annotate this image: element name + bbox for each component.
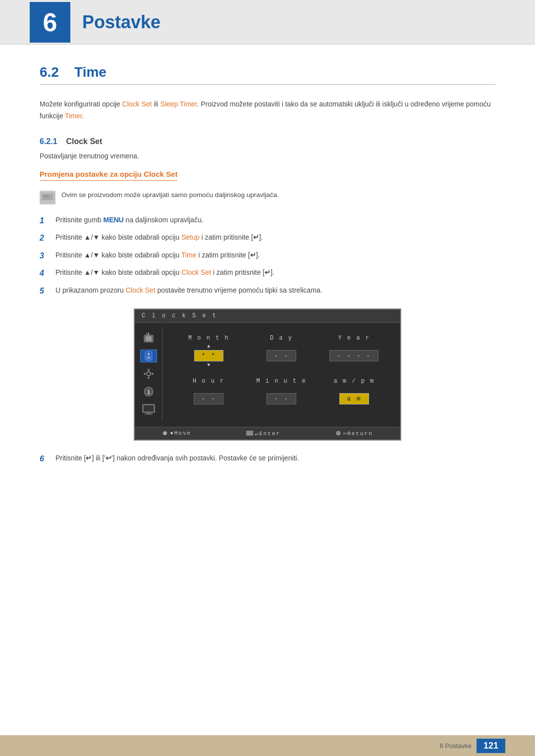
step-3-time-highlight: Time bbox=[181, 251, 197, 259]
enter-icon bbox=[246, 431, 253, 436]
clock-sidebar: i bbox=[135, 328, 162, 422]
step-4-text: Pritisnite ▲/▼ kako biste odabrali opcij… bbox=[55, 267, 495, 278]
sidebar-icon-5 bbox=[140, 403, 157, 416]
svg-rect-23 bbox=[144, 405, 154, 411]
step-1-menu-highlight: MENU bbox=[103, 216, 123, 224]
clock-dialog-title: C l o c k S e t bbox=[135, 309, 400, 323]
clock-dialog-body: i M o n t h bbox=[135, 323, 400, 427]
clock-main: M o n t h ▲ * * ▼ D a y ▲ - - ▼ Y e a r … bbox=[162, 328, 400, 422]
day-value: - - bbox=[267, 350, 296, 361]
note-text: Ovim se proizvodom može upravljati samo … bbox=[61, 190, 279, 201]
svg-rect-8 bbox=[146, 336, 152, 341]
subsection-description: Postavljanje trenutnog vremena. bbox=[40, 152, 495, 160]
subsection-heading: 6.2.1 Clock Set bbox=[40, 137, 495, 146]
sidebar-icon-2 bbox=[140, 350, 157, 362]
svg-rect-25 bbox=[145, 414, 153, 415]
intro-clock-set-highlight: Clock Set bbox=[122, 100, 152, 108]
intro-text-between-1: ili bbox=[152, 100, 160, 108]
step-5: 5 U prikazanom prozoru Clock Set postavi… bbox=[40, 285, 495, 298]
subsection-number: 6.2.1 bbox=[40, 137, 57, 146]
step-3-text: Pritisnite ▲/▼ kako biste odabrali opcij… bbox=[55, 250, 495, 260]
month-arrow-up: ▲ bbox=[207, 344, 210, 349]
sidebar-icon-1 bbox=[140, 332, 157, 345]
svg-point-27 bbox=[336, 431, 340, 435]
svg-text:i: i bbox=[147, 389, 150, 396]
step-2-text: Pritisnite ▲/▼ kako biste odabrali opcij… bbox=[55, 232, 495, 243]
steps-list: 1 Pritisnite gumb MENU na daljinskom upr… bbox=[40, 214, 495, 298]
clock-col-hour: H o u r ▲ - - ▼ bbox=[184, 378, 233, 411]
intro-sleep-timer-highlight: Sleep Timer bbox=[160, 100, 197, 108]
month-label: M o n t h bbox=[188, 335, 229, 342]
section-title: Time bbox=[74, 64, 107, 80]
hour-value: - - bbox=[194, 393, 223, 404]
chapter-header: 6 Postavke bbox=[0, 0, 535, 45]
svg-rect-13 bbox=[147, 356, 151, 357]
footer-move-label: ●Move bbox=[170, 430, 191, 436]
year-label: Y e a r bbox=[338, 335, 370, 342]
footer-page-number: 121 bbox=[477, 739, 505, 753]
step-1-number: 1 bbox=[40, 214, 52, 227]
footer-enter: ↵Enter bbox=[246, 430, 281, 437]
intro-timer-highlight: Timer bbox=[65, 112, 82, 120]
svg-point-16 bbox=[148, 369, 150, 371]
svg-rect-14 bbox=[147, 358, 151, 359]
step-6-number: 6 bbox=[40, 453, 52, 465]
clock-row-1: M o n t h ▲ * * ▼ D a y ▲ - - ▼ Y e a r … bbox=[172, 335, 390, 368]
step-2: 2 Pritisnite ▲/▼ kako biste odabrali opc… bbox=[40, 232, 495, 245]
svg-point-19 bbox=[152, 373, 154, 375]
year-value: - - - - bbox=[329, 350, 378, 361]
chapter-title: Postavke bbox=[82, 12, 160, 33]
svg-rect-24 bbox=[146, 412, 151, 414]
step-3: 3 Pritisnite ▲/▼ kako biste odabrali opc… bbox=[40, 250, 495, 262]
intro-paragraph: Možete konfigurirati opcije Clock Set il… bbox=[40, 99, 495, 122]
section-heading: 6.2 Time bbox=[40, 64, 495, 85]
page-footer: 6 Postavke 121 bbox=[0, 735, 535, 756]
footer-move: ●Move bbox=[162, 430, 191, 437]
clock-col-minute: M i n u t e ▲ - - ▼ bbox=[256, 378, 306, 411]
footer-return: ↩Return bbox=[335, 430, 373, 437]
step-4: 4 Pritisnite ▲/▼ kako biste odabrali opc… bbox=[40, 267, 495, 280]
month-value: * * bbox=[194, 350, 223, 361]
step-2-setup-highlight: Setup bbox=[181, 233, 200, 241]
day-label: D a y bbox=[270, 335, 293, 342]
step-4-clockset-highlight: Clock Set bbox=[181, 268, 211, 276]
svg-point-15 bbox=[147, 372, 151, 376]
clock-row-2: H o u r ▲ - - ▼ M i n u t e ▲ - - ▼ a m … bbox=[172, 378, 390, 411]
ampm-value: a m bbox=[339, 393, 369, 404]
step-1-text: Pritisnite gumb MENU na daljinskom uprav… bbox=[55, 214, 495, 225]
note-box: Ovim se proizvodom može upravljati samo … bbox=[40, 190, 495, 204]
step-6-text: Pritisnite [↵] ili ['↩'] nakon određivan… bbox=[55, 453, 495, 463]
intro-text-end: . bbox=[82, 112, 84, 120]
footer-return-label: ↩Return bbox=[343, 430, 373, 437]
svg-rect-11 bbox=[145, 352, 152, 360]
ampm-label: a m / p m bbox=[333, 378, 374, 385]
change-heading: Promjena postavke za opciju Clock Set bbox=[40, 170, 177, 181]
step-4-number: 4 bbox=[40, 267, 52, 280]
clock-col-day: D a y ▲ - - ▼ bbox=[257, 335, 306, 368]
step-5-number: 5 bbox=[40, 285, 52, 298]
intro-text-before-1: Možete konfigurirati opcije bbox=[40, 100, 122, 108]
step-3-number: 3 bbox=[40, 250, 52, 262]
minute-label: M i n u t e bbox=[256, 378, 306, 385]
svg-point-12 bbox=[148, 353, 150, 355]
step-6-list: 6 Pritisnite [↵] ili ['↩'] nakon određiv… bbox=[40, 453, 495, 465]
step-1: 1 Pritisnite gumb MENU na daljinskom upr… bbox=[40, 214, 495, 227]
section-number: 6.2 bbox=[40, 64, 59, 80]
footer-enter-label: ↵Enter bbox=[255, 430, 281, 437]
clock-col-year: Y e a r ▲ - - - - ▼ bbox=[329, 335, 379, 368]
chapter-number: 6 bbox=[30, 2, 70, 43]
clock-col-month: M o n t h ▲ * * ▼ bbox=[184, 335, 233, 368]
note-icon bbox=[40, 191, 55, 204]
sidebar-icon-3 bbox=[140, 367, 157, 380]
step-2-number: 2 bbox=[40, 232, 52, 245]
clock-dialog: C l o c k S e t bbox=[134, 308, 401, 441]
main-content: 6.2 Time Možete konfigurirati opcije Clo… bbox=[0, 45, 535, 505]
subsection-title: Clock Set bbox=[66, 137, 102, 146]
svg-point-17 bbox=[148, 377, 150, 379]
svg-point-18 bbox=[144, 373, 146, 375]
clock-col-ampm: a m / p m ▲ a m ▼ bbox=[329, 378, 379, 411]
month-arrow-down: ▼ bbox=[207, 362, 210, 368]
footer-section-label: 6 Postavke bbox=[440, 742, 472, 750]
hour-label: H o u r bbox=[193, 378, 224, 385]
sidebar-icon-4: i bbox=[140, 385, 157, 398]
